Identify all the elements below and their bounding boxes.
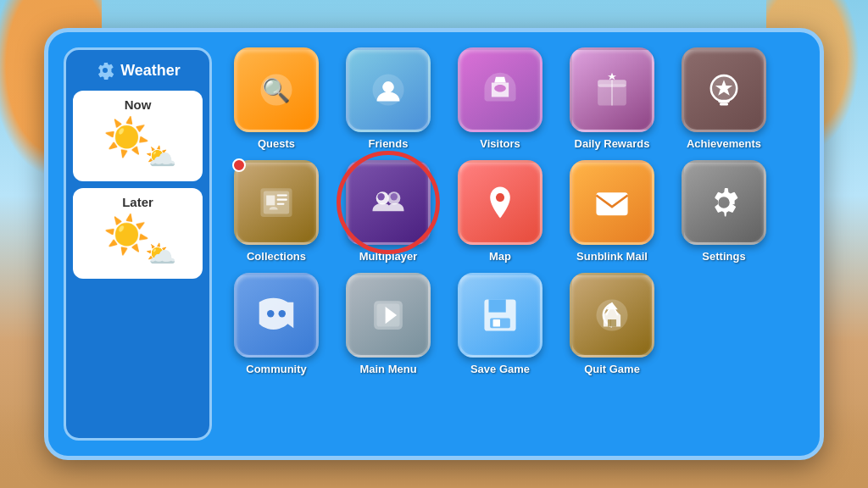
main-menu-icon-box[interactable]: [346, 273, 431, 358]
achievements-icon: [701, 67, 747, 113]
svg-point-17: [279, 310, 286, 317]
menu-grid: 🔍 Quests Friends: [225, 47, 804, 441]
weather-later-card: Later ☀️ ⛅: [73, 188, 203, 279]
menu-row-2: Collections Multiplayer: [225, 160, 804, 263]
quests-icon: 🔍: [253, 67, 299, 113]
main-menu-label: Main Menu: [359, 363, 416, 375]
multiplayer-icon-box[interactable]: [346, 160, 431, 245]
quests-label: Quests: [258, 137, 295, 150]
menu-item-multiplayer[interactable]: Multiplayer: [337, 160, 439, 263]
community-label: Community: [246, 363, 307, 375]
map-icon: [477, 180, 523, 225]
friends-icon: [365, 67, 411, 113]
map-icon-box[interactable]: [458, 160, 542, 245]
quit-game-icon-box[interactable]: [570, 273, 654, 358]
settings-icon: [701, 180, 747, 225]
menu-item-quests[interactable]: 🔍 Quests: [225, 47, 327, 150]
menu-item-community[interactable]: Community: [225, 273, 327, 375]
daily-rewards-icon-box[interactable]: [570, 47, 654, 132]
visitors-label: Visitors: [480, 137, 520, 150]
collections-notification-dot: [232, 158, 246, 172]
sunblink-mail-label: Sunblink Mail: [576, 250, 648, 263]
svg-point-14: [496, 193, 504, 202]
menu-row-3: Community Main Menu: [225, 273, 804, 375]
weather-header: Weather: [88, 57, 187, 84]
weather-now-label: Now: [125, 97, 152, 112]
later-sun-icon: ☀️: [103, 213, 150, 257]
svg-rect-21: [489, 299, 506, 312]
community-icon: [253, 292, 299, 338]
menu-row-1: 🔍 Quests Friends: [225, 47, 804, 150]
main-menu-icon: [365, 292, 411, 338]
sunblink-mail-icon: [589, 180, 635, 225]
weather-now-card: Now ☀️ ⛅: [73, 91, 203, 181]
weather-title: Weather: [120, 62, 181, 80]
svg-rect-15: [596, 192, 627, 215]
menu-item-daily-rewards[interactable]: Daily Rewards: [561, 47, 663, 150]
save-game-label: Save Game: [470, 363, 530, 375]
svg-rect-7: [720, 103, 728, 105]
community-icon-box[interactable]: [234, 273, 319, 358]
menu-item-achievements[interactable]: Achievements: [673, 47, 775, 150]
collections-icon: [253, 180, 299, 225]
daily-rewards-icon: [589, 67, 635, 113]
svg-point-12: [377, 193, 384, 200]
menu-item-map[interactable]: Map: [449, 160, 551, 263]
sunblink-mail-icon-box[interactable]: [570, 160, 654, 245]
now-sun-icon: ☀️: [103, 115, 150, 159]
friends-label: Friends: [369, 137, 409, 150]
quests-icon-box[interactable]: 🔍: [234, 47, 319, 132]
weather-later-label: Later: [122, 195, 153, 209]
svg-rect-6: [718, 100, 730, 103]
collections-label: Collections: [247, 250, 306, 263]
multiplayer-icon: [365, 180, 411, 225]
gear-icon: [95, 60, 115, 80]
save-game-icon-box[interactable]: [458, 273, 542, 358]
save-game-icon: [477, 292, 523, 338]
quit-game-label: Quit Game: [584, 363, 640, 375]
menu-item-friends[interactable]: Friends: [337, 47, 439, 150]
settings-icon-box[interactable]: [682, 160, 766, 245]
menu-item-collections[interactable]: Collections: [225, 160, 327, 263]
multiplayer-label: Multiplayer: [359, 250, 418, 263]
menu-item-sunblink-mail[interactable]: Sunblink Mail: [561, 160, 663, 263]
daily-rewards-label: Daily Rewards: [575, 137, 650, 150]
svg-point-16: [267, 310, 274, 317]
menu-item-quit-game[interactable]: Quit Game: [561, 273, 663, 375]
menu-item-save-game[interactable]: Save Game: [449, 273, 551, 375]
svg-point-13: [391, 193, 398, 200]
friends-icon-box[interactable]: [346, 47, 431, 132]
collections-icon-box[interactable]: [234, 160, 319, 245]
weather-sidebar: Weather Now ☀️ ⛅ Later ☀️ ⛅: [64, 47, 212, 441]
achievements-icon-box[interactable]: [682, 47, 766, 132]
main-panel: Weather Now ☀️ ⛅ Later ☀️ ⛅: [44, 28, 824, 460]
now-cloud-icon: ⛅: [145, 141, 176, 171]
svg-rect-23: [493, 319, 500, 326]
visitors-icon-box[interactable]: [458, 47, 542, 132]
achievements-label: Achievements: [687, 137, 761, 150]
later-cloud-icon: ⛅: [145, 239, 176, 269]
settings-label: Settings: [702, 250, 745, 263]
menu-item-visitors[interactable]: Visitors: [449, 47, 551, 150]
quit-game-icon: [589, 292, 635, 338]
map-label: Map: [489, 250, 511, 263]
menu-item-main-menu[interactable]: Main Menu: [337, 273, 439, 375]
svg-text:🔍: 🔍: [262, 76, 291, 104]
menu-item-settings[interactable]: Settings: [673, 160, 775, 263]
visitors-icon: [477, 67, 523, 113]
